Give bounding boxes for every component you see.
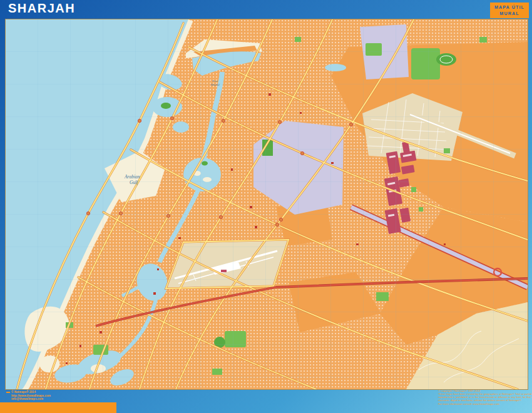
- mapa-util-mural-badge: MAPA ÚTIL MURAL: [490, 3, 529, 18]
- badge-line1: MAPA ÚTIL: [494, 4, 524, 10]
- footer-left-line1: © Netmaps® 2014: [11, 390, 36, 394]
- footer-right-line5: For more information consult: www.thewal…: [438, 402, 529, 405]
- port-label-line1: Port: [212, 79, 218, 83]
- grid-overlay: [6, 19, 528, 389]
- netmaps-logo-mark: [6, 392, 10, 393]
- map-title: SHARJAH: [8, 1, 75, 16]
- bottom-orange-block: [0, 402, 116, 413]
- footer-left-copyright: © Netmaps® 2014 http://www.thewallmaps.c…: [6, 390, 51, 401]
- footer-left-line3: info@thewallmaps.com: [6, 397, 51, 401]
- poster-frame: { "header": { "title": "SHARJAH" }, "bad…: [0, 0, 532, 413]
- footer-right-copyright: © Copyright ©Netmaps® 1997-2014 These ma…: [438, 389, 529, 405]
- badge-line2: MURAL: [499, 11, 519, 16]
- sharjah-map: Arabian Gulf Port Khalid: [6, 19, 528, 389]
- port-label-line2: Khalid: [210, 83, 220, 86]
- map-canvas: Arabian Gulf Port Khalid: [5, 19, 528, 390]
- sea-label-line1: Arabian: [124, 174, 140, 180]
- footer-right-line4: electronic, digital or mechanic; without…: [438, 399, 529, 402]
- sea-label-line2: Gulf: [130, 180, 138, 185]
